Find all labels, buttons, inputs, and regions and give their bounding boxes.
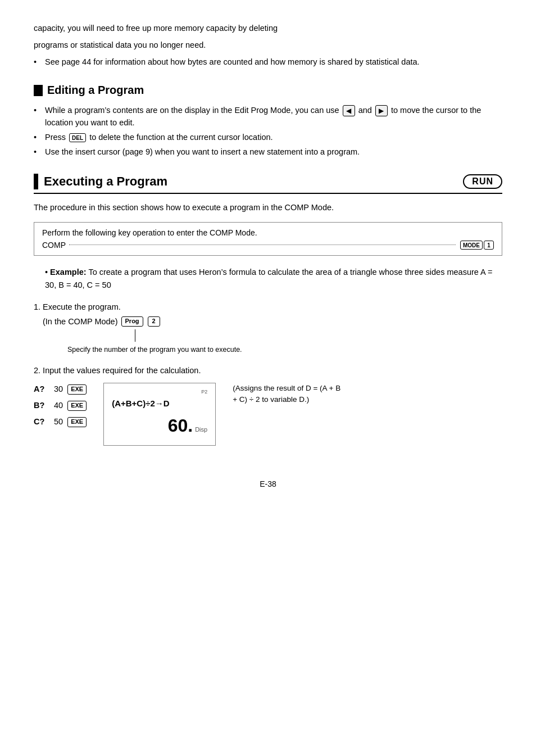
display-superscript: P2: [112, 388, 207, 396]
editing-bullet3: Use the insert cursor (page 9) when you …: [34, 146, 502, 159]
run-badge: RUN: [463, 174, 502, 189]
comp-dots: [69, 245, 456, 245]
section-square-icon: [34, 85, 43, 96]
right-arrow-key: ▶: [375, 105, 388, 116]
one-key: 1: [484, 241, 494, 250]
var-b-row: B? 40 EXE: [34, 399, 87, 412]
display-disp: Disp: [195, 425, 207, 435]
intro-line2: programs or statistical data you no long…: [34, 39, 502, 52]
executing-title: Executing a Program: [44, 174, 167, 189]
var-b-value: 40: [54, 399, 63, 412]
executing-desc: The procedure in this section shows how …: [34, 202, 502, 214]
var-a-value: 30: [54, 383, 63, 396]
intro-block: capacity, you will need to free up more …: [34, 22, 502, 68]
step1: 1. Execute the program. (In the COMP Mod…: [34, 301, 502, 355]
step2: 2. Input the values required for the cal…: [34, 364, 502, 446]
step1-sub: (In the COMP Mode): [43, 315, 118, 328]
var-c-value: 50: [54, 415, 63, 428]
step1-keys: (In the COMP Mode) Prog 2: [34, 315, 502, 328]
input-vars: A? 30 EXE B? 40 EXE C? 50 EXE: [34, 383, 87, 429]
left-arrow-key: ◀: [343, 105, 355, 116]
var-c-row: C? 50 EXE: [34, 415, 87, 428]
comp-label: COMP: [42, 241, 66, 250]
example-block: • Example: To create a program that uses…: [34, 266, 502, 292]
display-result-row: 60. Disp: [112, 411, 207, 440]
var-a-row: A? 30 EXE: [34, 383, 87, 396]
editing-bullet2: Press DEL to delete the function at the …: [34, 132, 502, 144]
comp-row: COMP MODE 1: [42, 241, 494, 250]
exe-key-b: EXE: [67, 401, 87, 411]
info-box: Perform the following key operation to e…: [34, 222, 502, 256]
var-b-label: B?: [34, 399, 51, 412]
del-key: DEL: [69, 133, 86, 142]
executing-title-part: Executing a Program: [34, 174, 167, 189]
exe-key-c: EXE: [67, 417, 87, 427]
editing-title: Editing a Program: [47, 84, 144, 97]
two-key: 2: [148, 316, 160, 327]
display-formula: (A+B+C)÷2→D: [112, 397, 207, 410]
display-screen: P2 (A+B+C)÷2→D 60. Disp: [103, 383, 216, 446]
display-result: 60.: [168, 411, 193, 440]
mode-key: MODE: [460, 241, 483, 250]
step1-label: 1. Execute the program.: [34, 301, 502, 314]
intro-line1: capacity, you will need to free up more …: [34, 22, 502, 35]
var-c-label: C?: [34, 415, 51, 428]
example-label: • Example:: [45, 268, 87, 277]
assigns-text: (Assigns the result of D = (A + B + C) ÷…: [233, 383, 345, 406]
prog-key: Prog: [121, 316, 143, 327]
infobox-text: Perform the following key operation to e…: [42, 228, 494, 237]
input-section: A? 30 EXE B? 40 EXE C? 50 EXE P2: [34, 383, 502, 446]
page-number: E-38: [34, 479, 502, 488]
step2-label: 2. Input the values required for the cal…: [34, 364, 502, 377]
section-bar-icon: [34, 174, 38, 189]
editing-bullet1: While a program’s contents are on the di…: [34, 105, 502, 129]
exe-key-a: EXE: [67, 384, 87, 395]
step1-cursor-desc: Specify the number of the program you wa…: [67, 344, 502, 355]
intro-bullet1: See page 44 for information about how by…: [34, 56, 502, 69]
executing-section: Executing a Program RUN The procedure in…: [34, 174, 502, 445]
editing-heading: Editing a Program: [34, 84, 502, 97]
example-text: To create a program that uses Heron’s fo…: [45, 268, 492, 289]
editing-section: Editing a Program While a program’s cont…: [34, 84, 502, 158]
var-a-label: A?: [34, 383, 51, 396]
executing-heading-bar: Executing a Program RUN: [34, 174, 502, 194]
